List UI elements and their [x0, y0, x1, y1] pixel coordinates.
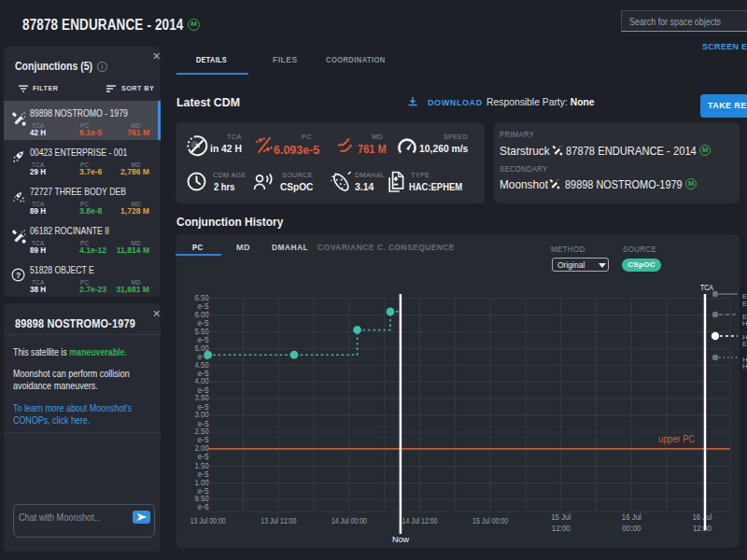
svg-text:?: ? — [16, 271, 21, 280]
svg-text:16 Jul: 16 Jul — [692, 512, 712, 522]
svg-text:Now: Now — [392, 535, 410, 544]
svg-text:13 Jul 00:00: 13 Jul 00:00 — [190, 516, 226, 525]
svg-text:16 Jul: 16 Jul — [622, 512, 641, 522]
svg-text:14 Jul 00:00: 14 Jul 00:00 — [331, 516, 367, 525]
svg-text:00:00: 00:00 — [622, 524, 641, 533]
svg-text:TCA: TCA — [700, 283, 713, 292]
svg-text:12:00: 12:00 — [693, 524, 712, 533]
svg-text:15 Jul 00:00: 15 Jul 00:00 — [472, 516, 508, 525]
svg-text:e-6: e-6 — [198, 502, 209, 511]
svg-text:12:00: 12:00 — [552, 524, 571, 533]
svg-text:13 Jul 12:00: 13 Jul 12:00 — [261, 516, 296, 525]
svg-text:upper PC: upper PC — [658, 434, 695, 444]
svg-text:14 Jul 12:00: 14 Jul 12:00 — [402, 516, 438, 525]
svg-text:15 Jul: 15 Jul — [551, 512, 571, 522]
